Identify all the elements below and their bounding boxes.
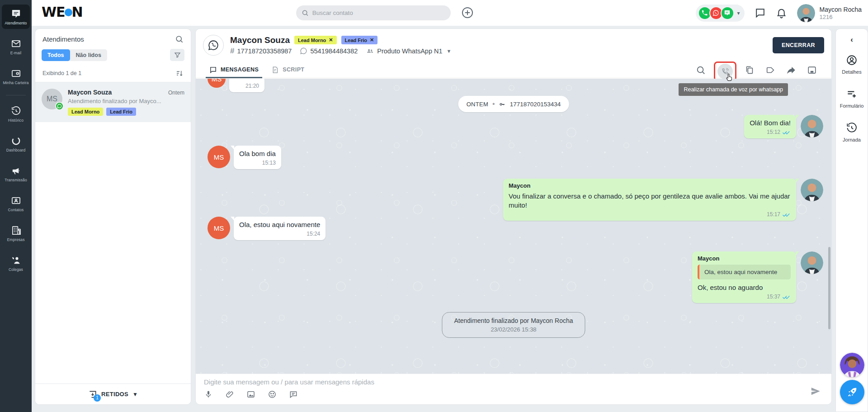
team-icon [366, 47, 374, 55]
image-icon[interactable] [246, 390, 255, 399]
person-call-icon [11, 255, 21, 265]
sidebar-item-empresas[interactable]: Empresas [2, 221, 30, 246]
cursor-hand-icon [724, 73, 734, 83]
channel-status-pill[interactable]: ▾ [696, 5, 745, 22]
chat-channel-icon[interactable] [721, 6, 734, 20]
emoji-icon[interactable] [268, 390, 277, 399]
collapse-panel-button[interactable]: ‹ [836, 29, 868, 54]
message-text: Ola, estou aqui novamente [239, 220, 320, 229]
message-history[interactable]: MS 21:20 ONTEM • 177187020153434 Olá! Bo… [196, 79, 831, 374]
current-user[interactable]: Maycon Rocha 1216 [797, 4, 862, 22]
conversations-button[interactable] [755, 7, 766, 19]
tag-lead-morno: Lead Morno [68, 108, 103, 116]
remove-tag-icon[interactable]: ✕ [370, 37, 374, 43]
sidebar-item-email[interactable]: E-mail [2, 34, 30, 59]
logo-dot [65, 9, 72, 16]
queue-selector[interactable]: Produto WhatsApp N1 ▼ [366, 47, 451, 55]
system-message: Atendimento finalizado por Maycon Rocha … [442, 312, 585, 338]
sort-icon[interactable] [175, 69, 184, 77]
sidebar-item-atendimento[interactable]: Atendimento [2, 5, 30, 29]
tab-mensagens[interactable]: MENSAGENS [203, 62, 265, 78]
message-bubble: 21:20 [229, 79, 264, 92]
encerrar-button[interactable]: ENCERRAR [773, 37, 824, 53]
search-messages-button[interactable] [693, 62, 708, 78]
sidebar-item-historico[interactable]: Histórico [2, 102, 30, 126]
user-extension: 1216 [820, 14, 862, 20]
message-author: Maycon [698, 255, 791, 262]
tab-script[interactable]: SCRIPT [265, 62, 311, 78]
mic-icon[interactable] [204, 390, 213, 399]
tag-lead-morno[interactable]: Lead Morno✕ [294, 36, 337, 44]
agent-avatar [801, 251, 823, 274]
chat-panel: Maycon Souza Lead Morno✕ Lead Frio✕ # 17… [195, 28, 832, 405]
assistant-avatar[interactable] [840, 353, 864, 377]
message-row: Maycon Vou finalizar a conversa e o cham… [196, 179, 831, 221]
quick-message-icon[interactable] [289, 390, 298, 399]
panel-title: Atendimentos [42, 35, 84, 43]
tab-todos[interactable]: Todos [42, 49, 70, 61]
filter-button[interactable] [170, 49, 184, 61]
tab-detalhes[interactable]: Detalhes [836, 54, 868, 75]
sidebar-item-minha-carteira[interactable]: Minha Carteira [2, 64, 30, 89]
tab-nao-lidos[interactable]: Não lidos [70, 49, 107, 61]
conversation-list-item[interactable]: MS Maycon Souza Ontem Atendimento finali… [35, 82, 191, 122]
quoted-message[interactable]: Ola, estou aqui novamente [698, 265, 791, 279]
launcher-button[interactable] [840, 380, 864, 404]
notifications-button[interactable] [776, 7, 787, 19]
sidebar-item-transmissao[interactable]: Transmissão [2, 161, 30, 186]
hash-icon: # [230, 47, 234, 56]
message-row: Maycon Ola, estou aqui novamente Ok, est… [196, 251, 831, 303]
tab-jornada[interactable]: Jornada [836, 122, 868, 142]
sidebar-item-label: Dashboard [6, 148, 25, 152]
retidos-toggle[interactable]: 1 RETIDOS ▼ [35, 384, 191, 404]
dock-panel-button[interactable] [804, 62, 820, 78]
forward-icon [786, 65, 796, 75]
retidos-icon: 1 [88, 390, 97, 399]
rocket-icon [846, 386, 858, 398]
voice-call-highlight-box [714, 62, 736, 81]
building-icon [11, 225, 21, 236]
tag-lead-frio: Lead Frio [106, 108, 136, 116]
sender-avatar: MS [208, 79, 226, 88]
contact-card-icon [11, 195, 21, 206]
chat-header: Maycon Souza Lead Morno✕ Lead Frio✕ # 17… [196, 29, 831, 62]
sidebar-item-colegas[interactable]: Colegas [2, 251, 30, 275]
message-row: MS Ola, estou aqui novamente 15:24 [196, 217, 831, 240]
showing-count: Exibindo 1 de 1 [42, 70, 81, 76]
copy-button[interactable] [742, 62, 757, 78]
search-icon [302, 9, 309, 17]
last-message-preview: Atendimento finalizado por Mayco... [68, 98, 184, 104]
message-row: Olá! Bom dia! 15:12 [196, 115, 831, 138]
chat-bubble-icon [209, 66, 217, 74]
search-icon[interactable] [175, 35, 184, 43]
sidebar-item-label: Minha Carteira [3, 81, 28, 85]
message-row: MS Ola bom dia 15:13 [196, 146, 831, 169]
sidebar-item-label: E-mail [10, 51, 22, 55]
sidebar-item-contatos[interactable]: Contatos [2, 191, 30, 216]
day-divider: ONTEM • 177187020153434 [458, 96, 569, 112]
send-icon[interactable] [810, 385, 821, 397]
message-time: 15:24 [307, 231, 320, 237]
contact-avatar: MS [42, 89, 62, 109]
sidebar-item-dashboard[interactable]: Dashboard [2, 132, 30, 156]
voice-call-tooltip: Realizar chamada de voz por whatsapp [679, 83, 788, 96]
tab-formulario[interactable]: Formulário [836, 88, 868, 109]
search-input[interactable] [312, 9, 445, 16]
attach-icon[interactable] [225, 390, 234, 399]
tag-button[interactable] [763, 62, 778, 78]
message-text: Vou finalizar a conversa e o chamado, só… [509, 192, 791, 210]
read-receipt-icon [782, 129, 791, 135]
message-input[interactable] [204, 378, 761, 386]
remove-tag-icon[interactable]: ✕ [329, 37, 333, 43]
tag-lead-frio[interactable]: Lead Frio✕ [341, 36, 378, 44]
form-plus-icon [846, 88, 858, 100]
whatsapp-icon [300, 47, 307, 55]
new-contact-button[interactable] [461, 6, 474, 19]
person-circle-icon [846, 54, 858, 66]
main-sidebar: Atendimento E-mail Minha Carteira Histór… [0, 0, 32, 412]
contact-search[interactable] [296, 5, 451, 20]
transfer-button[interactable] [783, 62, 799, 78]
topbar: WE N ▾ [32, 0, 868, 26]
chat-scrollbar[interactable] [828, 247, 830, 329]
dock-panel-icon [807, 65, 817, 75]
